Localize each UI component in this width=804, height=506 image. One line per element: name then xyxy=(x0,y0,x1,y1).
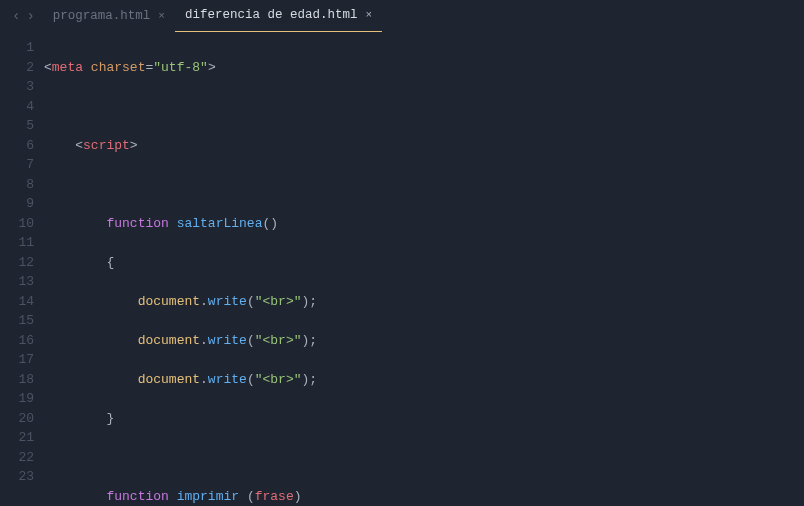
code-token xyxy=(44,411,106,426)
code-token xyxy=(83,60,91,75)
code-token: write xyxy=(208,294,247,309)
line-number: 21 xyxy=(4,428,34,448)
top-bar: ‹ › programa.html × diferencia de edad.h… xyxy=(0,0,804,32)
code-token: ( xyxy=(247,489,255,504)
line-number: 9 xyxy=(4,194,34,214)
line-number: 2 xyxy=(4,58,34,78)
line-number: 14 xyxy=(4,292,34,312)
code-token xyxy=(44,333,138,348)
code-token: . xyxy=(200,372,208,387)
line-number: 5 xyxy=(4,116,34,136)
code-token: document xyxy=(138,294,200,309)
code-token: charset xyxy=(91,60,146,75)
line-number: 3 xyxy=(4,77,34,97)
code-token: saltarLinea xyxy=(177,216,263,231)
code-token: ; xyxy=(309,372,317,387)
code-token: write xyxy=(208,333,247,348)
tab-diferencia[interactable]: diferencia de edad.html × xyxy=(175,0,382,32)
line-number: 20 xyxy=(4,409,34,429)
code-token: ; xyxy=(309,333,317,348)
line-number: 13 xyxy=(4,272,34,292)
nav-forward-icon[interactable]: › xyxy=(26,6,34,27)
line-number: 11 xyxy=(4,233,34,253)
code-token: > xyxy=(130,138,138,153)
line-number: 23 xyxy=(4,467,34,487)
line-number: 10 xyxy=(4,214,34,234)
code-token xyxy=(44,372,138,387)
code-token: ) xyxy=(294,489,302,504)
line-number xyxy=(4,487,34,507)
line-number: 15 xyxy=(4,311,34,331)
line-number: 16 xyxy=(4,331,34,351)
code-token xyxy=(239,489,247,504)
code-token xyxy=(44,255,106,270)
code-token xyxy=(44,489,106,504)
line-number: 18 xyxy=(4,370,34,390)
code-token: write xyxy=(208,372,247,387)
line-number: 1 xyxy=(4,38,34,58)
code-token: > xyxy=(208,60,216,75)
nav-arrows: ‹ › xyxy=(4,6,43,27)
code-token: document xyxy=(138,333,200,348)
code-token xyxy=(44,294,138,309)
code-token: ( xyxy=(247,372,255,387)
line-number: 7 xyxy=(4,155,34,175)
code-token: "utf-8" xyxy=(153,60,208,75)
code-token: function xyxy=(106,489,168,504)
line-number: 6 xyxy=(4,136,34,156)
code-token: imprimir xyxy=(177,489,239,504)
code-token: ; xyxy=(309,294,317,309)
editor: 1 2 3 4 5 6 7 8 9 10 11 12 13 14 15 16 1… xyxy=(0,32,804,506)
code-token: ( xyxy=(247,294,255,309)
code-token: . xyxy=(200,333,208,348)
tab-label: programa.html xyxy=(53,7,151,26)
code-token: } xyxy=(106,411,114,426)
code-area[interactable]: <meta charset="utf-8"> <script> function… xyxy=(44,32,804,506)
code-token: "<br>" xyxy=(255,372,302,387)
code-token xyxy=(44,138,75,153)
line-number: 4 xyxy=(4,97,34,117)
code-token: document xyxy=(138,372,200,387)
tab-bar: programa.html × diferencia de edad.html … xyxy=(43,0,382,32)
line-number: 22 xyxy=(4,448,34,468)
code-token xyxy=(169,216,177,231)
tab-programa[interactable]: programa.html × xyxy=(43,1,175,32)
code-token: < xyxy=(44,60,52,75)
code-token: frase xyxy=(255,489,294,504)
close-icon[interactable]: × xyxy=(365,7,372,24)
line-gutter: 1 2 3 4 5 6 7 8 9 10 11 12 13 14 15 16 1… xyxy=(0,32,44,506)
code-token xyxy=(44,216,106,231)
code-token: . xyxy=(200,294,208,309)
code-token: function xyxy=(106,216,168,231)
code-token: () xyxy=(262,216,278,231)
line-number: 17 xyxy=(4,350,34,370)
code-token: "<br>" xyxy=(255,333,302,348)
code-token: < xyxy=(75,138,83,153)
code-token xyxy=(169,489,177,504)
code-token: script xyxy=(83,138,130,153)
code-token: "<br>" xyxy=(255,294,302,309)
tab-label: diferencia de edad.html xyxy=(185,6,358,25)
close-icon[interactable]: × xyxy=(158,8,165,25)
line-number: 12 xyxy=(4,253,34,273)
code-token: ( xyxy=(247,333,255,348)
line-number: 19 xyxy=(4,389,34,409)
line-number: 8 xyxy=(4,175,34,195)
code-token: { xyxy=(106,255,114,270)
nav-back-icon[interactable]: ‹ xyxy=(12,6,20,27)
code-token: meta xyxy=(52,60,83,75)
